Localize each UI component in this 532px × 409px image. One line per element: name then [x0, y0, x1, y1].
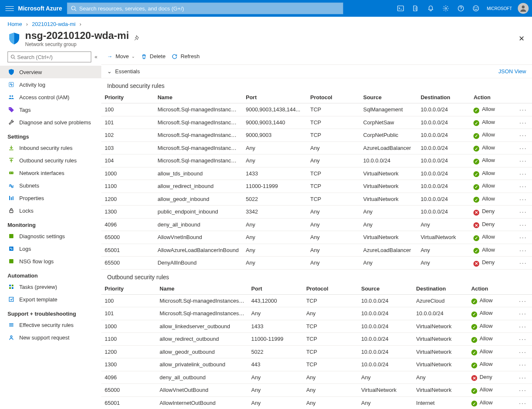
- row-menu-icon[interactable]: ···: [519, 183, 527, 190]
- refresh-button[interactable]: Refresh: [171, 53, 200, 60]
- sidebar-item-network[interactable]: Network interfaces: [0, 167, 101, 179]
- row-menu-icon[interactable]: ···: [519, 310, 527, 317]
- directory-icon[interactable]: [409, 0, 422, 17]
- sidebar-item-locks[interactable]: Locks: [0, 204, 101, 217]
- header-source[interactable]: Source: [358, 283, 413, 295]
- sidebar-search-input[interactable]: [15, 54, 88, 61]
- cloudshell-icon[interactable]: [394, 0, 407, 17]
- row-menu-icon[interactable]: ···: [519, 297, 527, 304]
- row-menu-icon[interactable]: ···: [519, 399, 527, 406]
- sidebar-item-activity[interactable]: Activity log: [0, 78, 101, 91]
- table-row[interactable]: 1200allow_geodr_inbound5022TCPVirtualNet…: [101, 193, 532, 206]
- table-row[interactable]: 65001AllowAzureLoadBalancerInBoundAnyAny…: [101, 244, 532, 257]
- settings-icon[interactable]: [439, 0, 452, 17]
- table-row[interactable]: 4096deny_all_outboundAnyAnyAnyAny✕Deny··…: [101, 371, 532, 384]
- header-port[interactable]: Port: [242, 92, 307, 103]
- header-action[interactable]: Action: [468, 283, 514, 295]
- row-menu-icon[interactable]: ···: [519, 361, 527, 368]
- row-menu-icon[interactable]: ···: [519, 144, 527, 152]
- table-row[interactable]: 101Microsoft.Sql-managedInstances_U...90…: [101, 116, 532, 129]
- row-menu-icon[interactable]: ···: [519, 323, 527, 330]
- row-menu-icon[interactable]: ···: [519, 208, 527, 215]
- table-row[interactable]: 65500DenyAllInBoundAnyAnyAnyAny✕Deny···: [101, 257, 532, 270]
- table-row[interactable]: 1300public_endpoint_inbound3342AnyAny10.…: [101, 206, 532, 219]
- table-row[interactable]: 65000AllowVnetOutBoundAnyAnyVirtualNetwo…: [101, 384, 532, 397]
- hamburger-icon[interactable]: [5, 4, 14, 13]
- table-row[interactable]: 1000allow_tds_inbound1433TCPVirtualNetwo…: [101, 167, 532, 180]
- table-row[interactable]: 103Microsoft.Sql-managedInstances_U...An…: [101, 141, 532, 154]
- move-button[interactable]: →Move ⌄: [106, 53, 135, 60]
- feedback-icon[interactable]: [469, 0, 483, 17]
- header-priority[interactable]: Priority: [101, 92, 154, 103]
- sidebar-item-export[interactable]: Export template: [0, 293, 101, 306]
- cell-port: 11000-11999: [242, 180, 307, 193]
- row-menu-icon[interactable]: ···: [519, 247, 527, 254]
- row-menu-icon[interactable]: ···: [519, 386, 527, 394]
- sidebar-item-effective[interactable]: Effective security rules: [0, 319, 101, 331]
- delete-button[interactable]: Delete: [141, 53, 166, 60]
- cell-priority: 103: [101, 141, 154, 154]
- sidebar-item-inbound[interactable]: Inbound security rules: [0, 141, 101, 154]
- row-menu-icon[interactable]: ···: [519, 234, 527, 241]
- avatar[interactable]: [518, 3, 529, 14]
- table-row[interactable]: 1200allow_geodr_outbound5022TCP10.0.0.0/…: [101, 345, 532, 358]
- header-destination[interactable]: Destination: [417, 92, 470, 103]
- sidebar-item-tasks[interactable]: Tasks (preview): [0, 280, 101, 293]
- sidebar-item-diagnose[interactable]: Diagnose and solve problems: [0, 116, 101, 129]
- help-icon[interactable]: [454, 0, 468, 17]
- header-protocol[interactable]: Protocol: [307, 92, 360, 103]
- table-row[interactable]: 1000allow_linkedserver_outbound1433TCP10…: [101, 320, 532, 333]
- sidebar-item-diagsettings[interactable]: Diagnostic settings: [0, 230, 101, 242]
- global-search[interactable]: [67, 3, 343, 14]
- row-menu-icon[interactable]: ···: [519, 170, 527, 177]
- table-row[interactable]: 100Microsoft.Sql-managedInstances_U...44…: [101, 294, 532, 307]
- row-menu-icon[interactable]: ···: [519, 348, 527, 355]
- notifications-icon[interactable]: [424, 0, 437, 17]
- breadcrumb-home[interactable]: Home: [8, 21, 22, 27]
- table-row[interactable]: 101Microsoft.Sql-managedInstances_U...An…: [101, 307, 532, 320]
- sidebar-search[interactable]: [8, 51, 91, 62]
- table-row[interactable]: 65001AllowInternetOutBoundAnyAnyAnyInter…: [101, 396, 532, 409]
- sidebar-item-nsglogs[interactable]: NSG flow logs: [0, 255, 101, 268]
- sidebar-item-overview[interactable]: Overview: [0, 66, 101, 78]
- collapse-icon[interactable]: «: [95, 54, 98, 60]
- close-icon[interactable]: ✕: [519, 34, 524, 43]
- header-protocol[interactable]: Protocol: [303, 283, 358, 295]
- table-row[interactable]: 100Microsoft.Sql-managedInstances_U...90…: [101, 103, 532, 116]
- row-menu-icon[interactable]: ···: [519, 106, 527, 113]
- sidebar-item-properties[interactable]: Properties: [0, 192, 101, 204]
- sidebar-item-support[interactable]: New support request: [0, 331, 101, 344]
- header-source[interactable]: Source: [360, 92, 417, 103]
- header-name[interactable]: Name: [154, 92, 242, 103]
- global-search-input[interactable]: [77, 5, 339, 12]
- header-port[interactable]: Port: [248, 283, 303, 295]
- table-row[interactable]: 1100allow_redirect_inbound11000-11999TCP…: [101, 180, 532, 193]
- table-row[interactable]: 1100allow_redirect_outbound11000-11999TC…: [101, 333, 532, 346]
- header-name[interactable]: Name: [156, 283, 248, 295]
- table-row[interactable]: 1300allow_privatelink_outbound443TCP10.0…: [101, 358, 532, 371]
- header-destination[interactable]: Destination: [413, 283, 468, 295]
- header-action[interactable]: Action: [470, 92, 514, 103]
- sidebar-item-tags[interactable]: Tags: [0, 103, 101, 116]
- sidebar-item-subnets[interactable]: Subnets: [0, 179, 101, 192]
- row-menu-icon[interactable]: ···: [519, 221, 527, 228]
- row-menu-icon[interactable]: ···: [519, 195, 527, 203]
- row-menu-icon[interactable]: ···: [519, 119, 527, 126]
- row-menu-icon[interactable]: ···: [519, 259, 527, 266]
- row-menu-icon[interactable]: ···: [519, 131, 527, 139]
- pin-icon[interactable]: [133, 35, 139, 42]
- table-row[interactable]: 102Microsoft.Sql-managedInstances_U...90…: [101, 129, 532, 142]
- table-row[interactable]: 4096deny_all_inboundAnyAnyAnyAny✕Deny···: [101, 218, 532, 231]
- header-priority[interactable]: Priority: [101, 283, 156, 295]
- breadcrumb-item[interactable]: 20210120-wda-mi: [32, 21, 75, 27]
- table-row[interactable]: 65000AllowVnetInBoundAnyAnyVirtualNetwor…: [101, 231, 532, 244]
- sidebar-item-outbound[interactable]: Outbound security rules: [0, 154, 101, 167]
- sidebar-item-logs[interactable]: Logs: [0, 242, 101, 255]
- row-menu-icon[interactable]: ···: [519, 157, 527, 164]
- row-menu-icon[interactable]: ···: [519, 374, 527, 381]
- json-view-link[interactable]: JSON View: [499, 68, 526, 75]
- sidebar-item-iam[interactable]: Access control (IAM): [0, 91, 101, 103]
- table-row[interactable]: 104Microsoft.Sql-managedInstances_U...An…: [101, 154, 532, 167]
- chevron-down-icon[interactable]: ⌄: [107, 68, 112, 75]
- row-menu-icon[interactable]: ···: [519, 335, 527, 342]
